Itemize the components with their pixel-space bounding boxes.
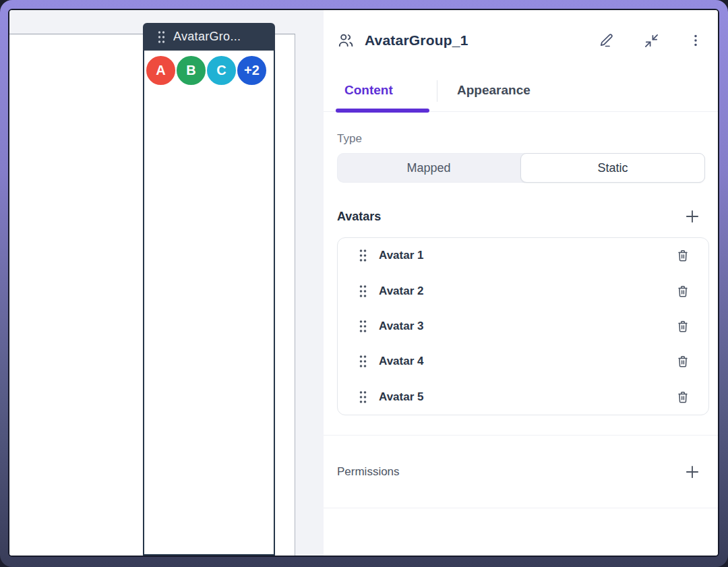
edit-icon[interactable] [598,32,615,49]
app-window: AvatarGro... A B C +2 [8,9,719,557]
widget-name-badge[interactable]: AvatarGro... [143,23,275,51]
users-icon [337,32,355,49]
avatars-section-header: Avatars [337,207,702,226]
avatar-item-label[interactable]: Avatar 5 [379,390,423,404]
widget-name-label: AvatarGro... [173,30,241,44]
delete-avatar-icon[interactable] [675,247,691,264]
avatar-chip[interactable]: B [175,55,207,86]
drag-handle-icon[interactable] [358,283,368,299]
avatar-item-label[interactable]: Avatar 2 [379,285,423,298]
add-avatar-button[interactable] [683,207,702,226]
tab-appearance[interactable]: Appearance [457,83,530,98]
permissions-section-title: Permissions [337,465,400,479]
property-panel: AvatarGroup_1 [324,10,718,556]
panel-header: AvatarGroup_1 [337,28,704,53]
editor-canvas[interactable]: AvatarGro... A B C +2 [9,10,314,556]
avatar-list-row[interactable]: Avatar 2 [338,273,708,308]
avatar-item-label[interactable]: Avatar 3 [379,320,423,333]
screenshot-frame: AvatarGro... A B C +2 [0,0,728,567]
avatar-chip[interactable]: C [206,55,237,86]
tab-divider [437,80,437,102]
active-tab-indicator [336,109,429,113]
add-permission-button[interactable] [683,462,702,481]
avatar-list-row[interactable]: Avatar 4 [338,344,708,379]
drag-handle-icon[interactable] [358,247,368,264]
avatar-list: Avatar 1 [337,237,709,415]
drag-handle-icon[interactable] [358,353,368,369]
avatar-item-label[interactable]: Avatar 4 [379,355,423,368]
avatars-section-title: Avatars [337,210,381,224]
delete-avatar-icon[interactable] [675,353,691,369]
type-option-static[interactable]: Static [520,153,705,183]
permissions-section-header: Permissions [337,462,702,482]
drag-handle-icon[interactable] [156,30,166,44]
drag-handle-icon[interactable] [358,389,368,405]
panel-tabs: Content Appearance [324,76,718,113]
delete-avatar-icon[interactable] [675,283,691,299]
type-segmented-control: Mapped Static [337,153,705,183]
avatar-list-row[interactable]: Avatar 3 [338,309,708,344]
avatar-group-widget[interactable]: A B C +2 [143,49,275,556]
avatar-list-row[interactable]: Avatar 1 [338,238,708,273]
avatar-list-row[interactable]: Avatar 5 [338,380,708,415]
type-label: Type [337,132,362,146]
delete-avatar-icon[interactable] [675,318,691,334]
tab-content[interactable]: Content [344,83,393,98]
delete-avatar-icon[interactable] [675,389,691,405]
avatar-chip[interactable]: A [145,55,177,86]
widget-title: AvatarGroup_1 [365,32,468,49]
avatar-item-label[interactable]: Avatar 1 [379,249,423,262]
collapse-icon[interactable] [642,32,660,49]
avatar-overflow-chip[interactable]: +2 [236,55,268,86]
kebab-menu-icon[interactable] [687,32,704,49]
drag-handle-icon[interactable] [358,318,368,334]
section-divider [324,435,718,436]
section-divider [324,508,718,508]
type-option-mapped[interactable]: Mapped [337,153,520,183]
avatar-group: A B C +2 [145,55,268,86]
